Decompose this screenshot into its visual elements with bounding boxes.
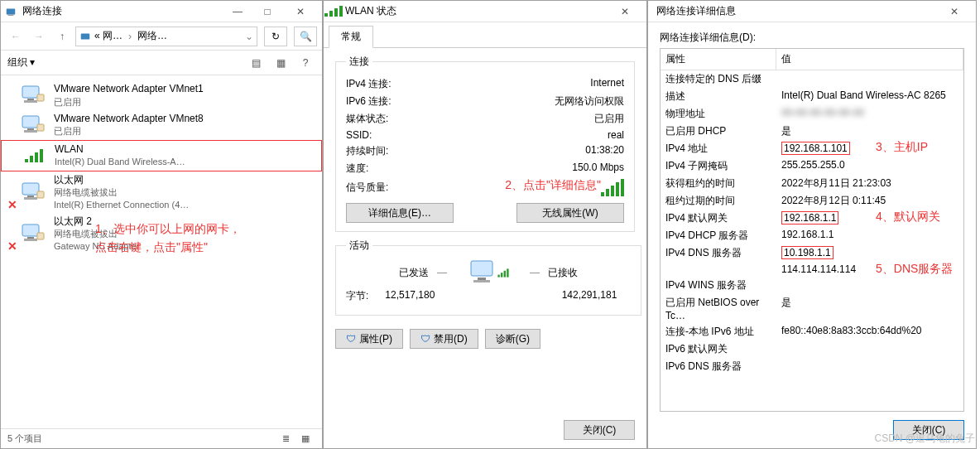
crumb-pre[interactable]: « 网… [94,29,122,43]
conn-row: 速度:150.0 Mbps [346,160,624,177]
detail-row[interactable]: IPv4 子网掩码255.255.255.0 [661,157,963,175]
refresh-button[interactable]: ↻ [264,27,287,46]
conn-val: 150.0 Mbps [572,162,624,176]
detail-val [776,340,963,358]
help-button[interactable]: ? [295,53,315,73]
shield-icon: 🛡 [346,333,356,345]
detail-val: 10.198.1.1 [776,244,963,262]
close-button[interactable]: 关闭(C) [564,420,635,440]
adapter-item[interactable]: ✕以太网网络电缆被拔出Intel(R) Ethernet Connection … [1,171,322,213]
addr-dropdown-icon[interactable]: ⌄ [245,31,253,42]
conn-val: 01:38:20 [585,144,624,158]
detail-row[interactable]: IPv6 DNS 服务器 [661,358,963,375]
close-button[interactable]: ✕ [936,1,973,22]
details-button[interactable]: 详细信息(E)… [346,203,454,223]
adapter-sub: 网络电缆被拔出Gateway NC Adapter [54,228,314,252]
view-details-button[interactable]: ▦ [271,53,291,73]
detail-row[interactable]: 物理地址00-00-00-00-00-00 [661,105,963,123]
detail-row[interactable]: IPv6 默认网关 [661,340,963,358]
header-val[interactable]: 值 [776,49,963,70]
app-icon [4,5,17,18]
detail-val [776,277,963,294]
maximize-button[interactable]: □ [252,1,282,22]
close-button[interactable]: ✕ [607,1,643,22]
organize-menu[interactable]: 组织 ▾ [7,56,35,70]
up-button[interactable]: ↑ [52,27,72,46]
adapter-item[interactable]: VMware Network Adapter VMnet8已启用 [1,110,322,140]
detail-prop: 获得租约的时间 [661,175,776,192]
adapter-item[interactable]: VMware Network Adapter VMnet1已启用 [1,80,322,110]
detail-val: 00-00-00-00-00-00 [776,105,963,123]
detail-prop: 已启用 NetBIOS over Tc… [661,294,776,323]
properties-button[interactable]: 🛡属性(P) [335,329,403,349]
signal-label: 信号质量: [346,181,388,195]
window-connection-details: 网络连接详细信息 ✕ 网络连接详细信息(D): 属性 值 连接特定的 DNS 后… [647,0,977,449]
conn-key: IPv6 连接: [346,94,392,109]
detail-row[interactable]: 获得租约的时间2022年8月11日 21:23:03 [661,175,963,192]
conn-row: SSID:real [346,128,624,142]
adapter-item[interactable]: ✕以太网 2网络电缆被拔出Gateway NC Adapter [1,213,322,254]
detail-row[interactable]: 已启用 NetBIOS over Tc…是 [661,294,963,323]
back-button[interactable]: ← [6,27,26,46]
disconnected-icon: ✕ [7,239,17,253]
detail-row[interactable]: 连接特定的 DNS 后缀 [661,70,963,88]
diagnose-button[interactable]: 诊断(G) [485,329,540,349]
titlebar: 网络连接 — □ ✕ [1,1,322,22]
window-network-connections: 网络连接 — □ ✕ ← → ↑ « 网… › 网络… ⌄ ↻ 🔍 组织 ▾ ▤… [0,0,323,449]
detail-row[interactable]: 连接-本地 IPv6 地址fe80::40e8:8a83:3ccb:64dd%2… [661,323,963,340]
adapter-icon: ✕ [17,174,47,210]
minimize-button[interactable]: — [223,1,252,22]
svg-rect-10 [37,124,44,131]
detail-row[interactable]: IPv4 WINS 服务器 [661,277,963,294]
header-prop[interactable]: 属性 [661,49,776,70]
tab-general[interactable]: 常规 [329,26,373,48]
detail-row[interactable]: IPv4 DHCP 服务器192.168.1.1 [661,227,963,244]
detail-prop: 物理地址 [661,105,776,123]
svg-rect-17 [24,239,37,241]
conn-key: IPv4 连接: [346,77,392,91]
detail-row[interactable]: IPv4 DNS 服务器10.198.1.1 [661,244,963,262]
conn-row: IPv6 连接:无网络访问权限 [346,93,624,110]
disable-button[interactable]: 🛡禁用(D) [410,329,478,349]
detail-prop: IPv4 WINS 服务器 [661,277,776,294]
conn-key: 媒体状态: [346,112,388,126]
detail-row[interactable]: 租约过期的时间2022年8月12日 0:11:45 [661,192,963,210]
crumb-cur[interactable]: 网络… [137,29,167,43]
adapter-sub: Intel(R) Dual Band Wireless-A… [55,156,313,167]
title-text: WLAN 状态 [345,4,607,18]
detail-row[interactable]: IPv4 地址192.168.1.1013、主机IP [661,140,963,157]
detail-val: 255.255.255.0 [776,157,963,175]
adapter-item[interactable]: WLANIntel(R) Dual Band Wireless-A… [1,140,322,171]
view-icons-button[interactable]: ▤ [246,53,266,73]
detail-row[interactable]: 已启用 DHCP是 [661,123,963,140]
forward-button[interactable]: → [29,27,49,46]
wireless-properties-button[interactable]: 无线属性(W) [516,203,624,223]
conn-key: 持续时间: [346,144,388,158]
detail-val: 192.168.1.14、默认网关 [776,210,963,227]
tiles-view-icon[interactable]: ▦ [295,429,315,449]
detail-val: 2022年8月11日 21:23:03 [776,175,963,192]
title-text: 网络连接 [22,4,223,18]
close-button[interactable]: ✕ [282,1,319,22]
shield-icon: 🛡 [420,333,430,345]
search-box[interactable]: 🔍 [294,27,317,46]
tab-header: 常规 [324,22,646,48]
conn-val: real [608,129,624,141]
adapter-sub: 已启用 [54,96,314,108]
conn-row: 媒体状态:已启用 [346,110,624,128]
detail-val: 192.168.1.1 [776,227,963,244]
detail-prop: 连接特定的 DNS 后缀 [661,70,776,88]
conn-val: 无网络访问权限 [555,94,624,109]
conn-row: 持续时间:01:38:20 [346,142,624,160]
detail-prop [661,262,776,277]
detail-row[interactable]: 114.114.114.1145、DNS服务器 [661,262,963,277]
disconnected-icon: ✕ [7,198,17,211]
detail-row[interactable]: IPv4 默认网关192.168.1.14、默认网关 [661,210,963,227]
address-bar[interactable]: « 网… › 网络… ⌄ [75,27,257,46]
details-view-icon[interactable]: ≣ [276,429,295,449]
detail-prop: 已启用 DHCP [661,123,776,140]
detail-row[interactable]: 描述Intel(R) Dual Band Wireless-AC 8265 [661,88,963,105]
signal-bars-icon [601,179,624,196]
close-button[interactable]: 关闭(C) [893,420,964,440]
adapter-name: VMware Network Adapter VMnet1 [54,83,314,96]
